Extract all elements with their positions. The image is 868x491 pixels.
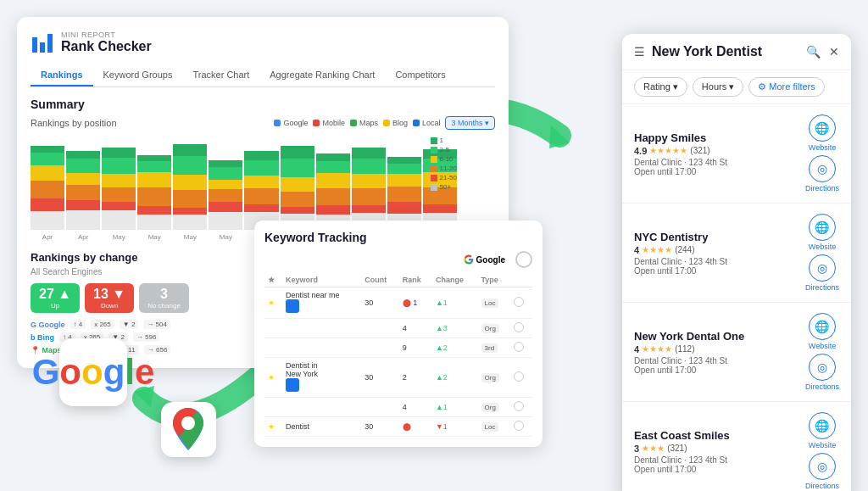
summary-section: Summary Rankings by position Google Mobi… <box>31 98 495 241</box>
website-action-ny-dental-one[interactable]: 🌐 Website <box>809 313 836 350</box>
review-count-ny-dental-one: (112) <box>675 344 694 354</box>
website-icon-nyc-dentistry[interactable]: 🌐 <box>809 214 836 241</box>
directions-action-nyc-dentistry[interactable]: ◎ Directions <box>805 254 839 292</box>
website-action-happy-smiles[interactable]: 🌐 Website <box>809 114 836 152</box>
maps-filters: Rating ▾ Hours ▾ ⚙ More filters <box>622 70 851 104</box>
listing-east-coast-smiles: East Coast Smiles 3 ★★★ (321) Dental Cli… <box>622 402 851 491</box>
directions-action-east-coast-smiles[interactable]: ◎ Directions <box>805 453 839 490</box>
listing-name-nyc-dentistry: NYC Dentistry <box>634 231 798 243</box>
listing-rating-east-coast-smiles: 3 ★★★ (321) <box>634 444 798 454</box>
more-filters-button[interactable]: ⚙ More filters <box>748 77 824 97</box>
svg-rect-2 <box>32 37 37 53</box>
maps-dot <box>350 120 357 126</box>
hours-filter-button[interactable]: Hours ▾ <box>693 77 743 97</box>
rank-cell: 9 <box>399 338 432 358</box>
refresh-icon[interactable] <box>515 251 532 268</box>
directions-label-east-coast-smiles: Directions <box>805 482 839 490</box>
tab-competitors[interactable]: Competitors <box>385 64 455 86</box>
maps-filter: Maps <box>350 119 378 127</box>
col-actions <box>510 273 532 287</box>
x-label-may-3: May <box>173 233 207 241</box>
directions-icon-happy-smiles[interactable]: ◎ <box>809 155 836 182</box>
action-cell <box>510 287 532 319</box>
stars-ny-dental-one: ★★★★ <box>642 344 672 354</box>
mobile-filter: Mobile <box>313 119 345 127</box>
stars-happy-smiles: ★★★★★ <box>649 146 687 155</box>
directions-action-happy-smiles[interactable]: ◎ Directions <box>805 155 839 192</box>
google-dot <box>274 120 281 126</box>
review-count-east-coast-smiles: (321) <box>667 444 687 453</box>
svg-rect-4 <box>47 34 53 53</box>
google-stat-2: x 265 <box>91 320 114 329</box>
legend-dot-1 <box>431 137 437 144</box>
keyword-cell: Dentist inNew York <box>282 358 361 398</box>
directions-icon-ny-dental-one[interactable]: ◎ <box>809 354 836 381</box>
down-badge: 13 ▼ Down <box>85 283 134 313</box>
count-cell: 30 <box>361 287 398 319</box>
rating-num-ny-dental-one: 4 <box>634 344 639 354</box>
col-count: Count <box>361 273 398 287</box>
google-engine-label: G Google <box>31 321 65 329</box>
rating-num-happy-smiles: 4.9 <box>634 146 647 156</box>
directions-icon-nyc-dentistry[interactable]: ◎ <box>809 254 836 282</box>
rank-cell: ⬤ 1 <box>399 287 432 319</box>
count-cell <box>361 338 398 358</box>
blog-dot <box>383 120 390 126</box>
listing-info-east-coast-smiles: East Coast Smiles 3 ★★★ (321) Dental Cli… <box>634 429 798 474</box>
bar-may-3 <box>173 137 207 230</box>
website-label-ny-dental-one: Website <box>809 342 836 350</box>
table-row: 4 ▲3 Org <box>264 319 532 338</box>
action-cell <box>510 338 532 358</box>
bar-jun-1 <box>244 137 278 230</box>
change-cell: ▲1 <box>432 398 478 417</box>
search-icon[interactable]: 🔍 <box>806 45 821 59</box>
directions-action-ny-dental-one[interactable]: ◎ Directions <box>805 354 839 391</box>
maps-panel: ☰ New York Dentist 🔍 ✕ Rating ▾ Hours ▾ … <box>622 34 851 491</box>
type-cell: Loc <box>478 417 510 437</box>
hamburger-icon[interactable]: ☰ <box>634 45 645 59</box>
rank-cell: ⬤ <box>399 417 432 437</box>
action-cell <box>510 417 532 437</box>
change-cell: ▲2 <box>432 338 478 358</box>
rating-filter-button[interactable]: Rating ▾ <box>634 77 687 97</box>
chart-header: Rankings by position Google Mobile Maps … <box>31 116 495 130</box>
change-cell: ▲1 <box>432 287 478 319</box>
summary-title: Summary <box>31 98 495 111</box>
google-g-letter: Google <box>32 352 155 393</box>
listing-ny-dental-one: New York Dental One 4 ★★★★ (112) Dental … <box>622 303 851 402</box>
website-action-nyc-dentistry[interactable]: 🌐 Website <box>809 214 836 251</box>
listing-name-happy-smiles: Happy Smiles <box>634 131 798 144</box>
down-label: Down <box>101 302 118 310</box>
listing-hours-east-coast-smiles: Open until 17:00 <box>634 465 798 474</box>
count-cell: 30 <box>361 417 398 437</box>
website-action-east-coast-smiles[interactable]: 🌐 Website <box>809 412 836 449</box>
down-count: 13 ▼ <box>93 287 125 302</box>
listing-address-happy-smiles: Dental Clinic · 123 4th St <box>634 158 798 167</box>
website-icon-east-coast-smiles[interactable]: 🌐 <box>809 412 836 439</box>
close-icon[interactable]: ✕ <box>829 45 839 59</box>
tab-keyword-groups[interactable]: Keyword Groups <box>93 64 183 86</box>
bar-apr-1 <box>31 137 64 230</box>
website-icon-happy-smiles[interactable]: 🌐 <box>809 114 836 142</box>
google-source-badge: Google <box>464 254 505 265</box>
local-dot <box>413 120 420 126</box>
star-cell <box>264 338 282 358</box>
tab-tracker-chart[interactable]: Tracker Chart <box>182 64 259 86</box>
keyword-cell <box>282 319 361 338</box>
blog-filter: Blog <box>383 119 408 127</box>
time-filter-button[interactable]: 3 Months ▾ <box>445 116 495 130</box>
website-label-nyc-dentistry: Website <box>809 243 836 251</box>
listing-actions-east-coast-smiles: 🌐 Website ◎ Directions <box>805 412 839 490</box>
maps-search-title: New York Dentist <box>652 44 799 59</box>
legend-dot-11-20 <box>431 165 437 172</box>
tab-aggregate-ranking-chart[interactable]: Aggregate Ranking Chart <box>259 64 385 86</box>
table-row: 4 ▲1 Org <box>264 398 532 417</box>
chart-legend: 1 2-5 6-10 11-20 21-50 <box>431 137 457 191</box>
tab-rankings[interactable]: Rankings <box>31 64 93 86</box>
website-icon-ny-dental-one[interactable]: 🌐 <box>809 313 836 340</box>
bar-may-2 <box>137 137 171 230</box>
maps-header-icons: 🔍 ✕ <box>806 45 839 59</box>
count-cell <box>361 398 398 417</box>
review-count-happy-smiles: (321) <box>690 146 709 155</box>
directions-icon-east-coast-smiles[interactable]: ◎ <box>809 453 836 480</box>
